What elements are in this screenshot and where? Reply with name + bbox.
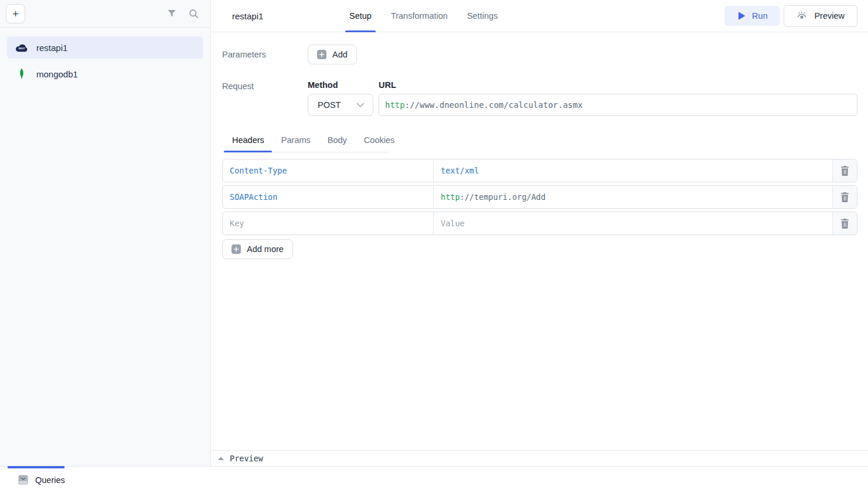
tab-settings[interactable]: Settings — [467, 0, 498, 32]
add-parameter-button[interactable]: Add — [308, 45, 357, 64]
preview-panel-label: Preview — [230, 454, 263, 463]
queries-panel-tab[interactable]: Queries — [18, 475, 65, 485]
method-label: Method — [308, 80, 373, 90]
header-value-field[interactable]: http://tempuri.org/Add — [434, 186, 833, 208]
query-list: REST restapi1 mongodb1 — [0, 28, 210, 94]
header-key-input[interactable] — [230, 219, 426, 228]
app: + REST restapi1 — [0, 0, 868, 466]
header-row-empty — [222, 212, 857, 235]
url-input[interactable]: http://www.dneonline.com/calculator.asmx — [379, 94, 857, 116]
svg-text:REST: REST — [19, 47, 25, 50]
search-icon[interactable] — [189, 9, 199, 19]
header-key-field[interactable] — [223, 212, 434, 234]
sidebar-toolbar-icons — [167, 9, 199, 19]
sidebar-toolbar: + — [0, 0, 210, 28]
triangle-up-icon — [218, 457, 224, 460]
subtab-params[interactable]: Params — [281, 135, 311, 152]
url-field: URL http://www.dneonline.com/calculator.… — [379, 80, 857, 116]
add-parameter-label: Add — [332, 50, 348, 59]
parameters-section: Parameters Add — [222, 45, 857, 64]
parameters-label: Parameters — [222, 50, 308, 59]
plus-square-icon — [232, 244, 241, 254]
add-query-button[interactable]: + — [6, 4, 25, 23]
mongodb-leaf-icon — [15, 68, 28, 80]
trash-icon — [840, 166, 849, 176]
trash-icon — [840, 219, 849, 229]
request-subtabs: Headers Params Body Cookies — [222, 135, 389, 152]
preview-button[interactable]: Preview — [784, 5, 857, 27]
headers-table: Content-Type text/xml SOAPAction http://… — [222, 159, 857, 235]
header-value-scheme: http — [441, 192, 460, 202]
query-editor-header: restapi1 Setup Transformation Settings R… — [211, 0, 868, 32]
queries-panel-icon — [18, 475, 28, 485]
preview-panel-toggle[interactable]: Preview — [211, 450, 868, 466]
delete-header-row-button[interactable] — [833, 186, 857, 208]
header-row: SOAPAction http://tempuri.org/Add — [222, 185, 857, 209]
queries-active-indicator — [8, 466, 64, 468]
editor-tabs: Setup Transformation Settings — [349, 0, 498, 32]
plus-square-icon — [317, 50, 326, 59]
editor-actions: Run Preview — [724, 5, 857, 27]
setup-panel: Parameters Add Request Method POST — [211, 32, 868, 450]
run-button-label: Run — [752, 11, 768, 21]
tab-setup[interactable]: Setup — [349, 0, 372, 32]
header-key-field[interactable]: Content-Type — [223, 159, 434, 182]
trash-icon — [840, 192, 849, 202]
header-value-input[interactable] — [441, 219, 825, 228]
header-value-field[interactable]: text/xml — [434, 159, 833, 182]
subtab-headers[interactable]: Headers — [232, 135, 264, 152]
query-title: restapi1 — [232, 11, 268, 21]
header-key-field[interactable]: SOAPAction — [223, 186, 434, 208]
add-more-button[interactable]: Add more — [222, 239, 293, 259]
tab-transformation[interactable]: Transformation — [391, 0, 448, 32]
query-editor: restapi1 Setup Transformation Settings R… — [211, 0, 868, 466]
rest-api-cloud-icon: REST — [15, 43, 28, 52]
url-label: URL — [379, 80, 857, 90]
play-icon — [737, 12, 746, 20]
app-footer: Queries — [0, 466, 868, 493]
header-value-rest: ://tempuri.org/Add — [460, 192, 546, 202]
query-item-label: mongodb1 — [36, 69, 78, 79]
request-label: Request — [222, 80, 308, 116]
subtab-cookies[interactable]: Cookies — [364, 135, 394, 152]
query-list-item-mongodb1[interactable]: mongodb1 — [7, 63, 203, 85]
header-value-field[interactable] — [434, 212, 833, 234]
delete-header-row-button[interactable] — [833, 212, 857, 234]
url-scheme: http — [385, 100, 405, 110]
subtab-body[interactable]: Body — [328, 135, 347, 152]
query-list-item-restapi1[interactable]: REST restapi1 — [7, 36, 203, 59]
chevron-down-icon — [356, 103, 365, 108]
preview-button-label: Preview — [814, 11, 845, 21]
run-button[interactable]: Run — [724, 6, 780, 26]
method-select[interactable]: POST — [308, 94, 373, 116]
method-value: POST — [318, 100, 341, 110]
url-rest: ://www.dneonline.com/calculator.asmx — [405, 100, 583, 110]
add-more-label: Add more — [247, 244, 284, 254]
method-field: Method POST — [308, 80, 373, 116]
request-section: Request Method POST URL http://www.dneon… — [222, 80, 857, 116]
datasource-sidebar: + REST restapi1 — [0, 0, 211, 466]
filter-icon[interactable] — [167, 9, 176, 18]
query-item-label: restapi1 — [36, 43, 67, 53]
header-row: Content-Type text/xml — [222, 159, 857, 182]
eye-icon — [796, 11, 807, 21]
add-more-section: Add more — [222, 239, 857, 259]
queries-panel-label: Queries — [35, 475, 65, 485]
delete-header-row-button[interactable] — [833, 159, 857, 182]
